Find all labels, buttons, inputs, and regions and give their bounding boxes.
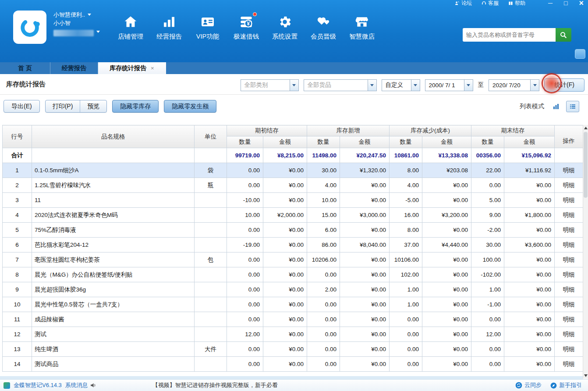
table-row[interactable]: 21.25L雪碧柠檬味汽水瓶0.00¥0.004.00¥0.004.00¥0.0… [3, 178, 583, 193]
tab-inventory-report[interactable]: 库存统计报告 × [98, 62, 166, 74]
nav-item-settings[interactable]: 系统设置 [269, 12, 301, 41]
table-row[interactable]: 6芭比猫水彩笔204-12-19.00¥0.0086.00¥8,040.0037… [3, 238, 583, 252]
table-row[interactable]: 12测试12.00¥0.000.00¥0.000.00¥0.0012.00¥0.… [3, 327, 583, 342]
unit-cell [195, 193, 227, 208]
tab-home[interactable]: 首 页 [0, 62, 50, 74]
maximize-button[interactable]: □ [564, 0, 567, 6]
nav-item-micro-store[interactable]: 智慧微店 [346, 12, 378, 41]
action-cell: 明细 [555, 357, 583, 372]
category-select[interactable]: 全部类别 [241, 79, 299, 91]
value-cell: 0.00 [307, 297, 340, 312]
table-row[interactable]: 13纯生啤酒大件0.00¥0.000.00¥0.000.00¥0.000.00¥… [3, 342, 583, 357]
value-cell: 12.00 [471, 327, 504, 342]
date-range-value: 自定义 [382, 80, 411, 91]
detail-link[interactable]: 明细 [563, 197, 575, 203]
search-button[interactable] [556, 28, 571, 42]
detail-link[interactable]: 明细 [563, 316, 575, 323]
home-icon [115, 12, 146, 32]
detail-link[interactable]: 明细 [563, 167, 575, 174]
horizontal-scroll-strip[interactable] [0, 376, 583, 379]
tab-bar: 首 页 经营报告 库存统计报告 × [0, 62, 588, 74]
nav-item-loan[interactable]: ¥ 极速借钱 [230, 12, 262, 41]
table-row[interactable]: 8晨光（M&G）办公自粘便签纸/便利贴0.00¥0.000.00¥0.00102… [3, 267, 583, 282]
value-cell: ¥0.00 [422, 223, 471, 238]
forum-icon [455, 1, 460, 6]
detail-link[interactable]: 明细 [563, 212, 575, 218]
nav-item-member-upgrade[interactable]: 会员晋级 [308, 12, 339, 41]
tab-business-report[interactable]: 经营报告 [50, 62, 98, 74]
value-cell: ¥1,320.00 [340, 163, 390, 178]
table-row[interactable]: 10晨光中性笔0.5替芯（一盒共7支）0.00¥0.000.00¥0.001.0… [3, 297, 583, 312]
scroll-down-icon[interactable] [583, 373, 588, 379]
detail-link[interactable]: 明细 [563, 286, 575, 293]
detail-link[interactable]: 明细 [563, 256, 575, 263]
vertical-scrollbar[interactable] [583, 125, 588, 379]
action-cell: 明细 [555, 178, 583, 193]
value-cell: ¥0.00 [340, 357, 390, 372]
value-cell: ¥0.00 [504, 193, 555, 208]
table-row[interactable]: 42020法式连衣裙夏季米奇色M码10.00¥2,000.0015.00¥3,0… [3, 208, 583, 223]
row-number-cell: 13 [3, 342, 32, 357]
preview-button[interactable]: 预览 [80, 100, 106, 112]
close-button[interactable]: × [579, 0, 584, 6]
date-to-label: 至 [478, 81, 484, 89]
forum-link[interactable]: 论坛 [455, 0, 472, 7]
cloud-sync-button[interactable]: 云同步 [515, 381, 542, 389]
goods-select[interactable]: 全部货品 [304, 79, 377, 91]
header-corner-icon[interactable] [575, 49, 585, 59]
beginner-guide-button[interactable]: 新手指引 [550, 381, 582, 389]
support-link[interactable]: 客服 [482, 0, 499, 7]
minimize-button[interactable]: ─ [548, 0, 553, 6]
date-range-select[interactable]: 自定义 [382, 79, 420, 91]
nav-item-store-management[interactable]: 店铺管理 [115, 12, 146, 41]
value-cell: -19.00 [227, 238, 263, 252]
value-cell: ¥3,600.00 [504, 238, 555, 252]
news-ticker[interactable]: 【视频】智慧记进销存操作视频完整版，新手必看 [152, 381, 278, 389]
list-view-button[interactable] [566, 101, 579, 112]
nav-item-business-report[interactable]: 经营报告 [153, 12, 185, 41]
hide-zero-stock-button[interactable]: 隐藏零库存 [112, 100, 159, 113]
table-row[interactable]: 10.1-0.5mm细沙A袋0.00¥0.0030.00¥1,320.008.0… [3, 163, 583, 178]
system-message-link[interactable]: 系统消息 [65, 381, 96, 389]
scrollbar-thumb[interactable] [584, 132, 588, 198]
table-row[interactable]: 11成品辣椒酱0.00¥0.000.00¥0.000.00¥0.000.00¥0… [3, 312, 583, 327]
detail-link[interactable]: 明细 [563, 346, 575, 352]
table-row[interactable]: 14测试商品0.00¥0.000.00¥0.000.00¥0.000.00¥0.… [3, 357, 583, 372]
table-row[interactable]: 7亳医堂桂圆红枣枸杞姜茶包0.00¥0.0010206.00¥0.0010106… [3, 252, 583, 267]
value-cell: ¥0.00 [422, 282, 471, 297]
value-cell: 0.00 [307, 357, 340, 372]
value-cell: ¥0.00 [340, 312, 390, 327]
export-button[interactable]: 导出(E) [4, 100, 40, 113]
status-bar: 金蝶智慧记V6.14.3 系统消息 【视频】智慧记进销存操作视频完整版，新手必看… [0, 379, 588, 391]
table-row[interactable]: 575%乙醇消毒液0.00¥0.006.00¥0.008.00¥0.00-2.0… [3, 223, 583, 238]
table-row[interactable]: 9晨光超强固体胶36g0.00¥0.002.00¥0.001.00¥0.001.… [3, 282, 583, 297]
detail-link[interactable]: 明细 [563, 227, 575, 233]
detail-link[interactable]: 明细 [563, 242, 575, 248]
detail-link[interactable]: 明细 [563, 301, 575, 308]
nav-item-vip[interactable]: VIP功能 [192, 12, 223, 41]
table-row[interactable]: 311-10.00¥0.0010.00¥0.00-5.00¥0.005.00¥0… [3, 193, 583, 208]
scroll-up-icon[interactable] [583, 125, 588, 131]
print-button[interactable]: 打印(P) [46, 100, 80, 112]
value-cell: ¥0.00 [504, 223, 555, 238]
hide-zero-amount-button[interactable]: 隐藏零发生额 [164, 100, 216, 113]
search-input[interactable] [463, 28, 556, 42]
chart-view-button[interactable] [549, 101, 563, 112]
tab-close-icon[interactable]: × [151, 65, 154, 71]
detail-link[interactable]: 明细 [563, 271, 575, 278]
list-mode-label: 列表模式 [520, 103, 544, 110]
unit-cell [195, 208, 227, 223]
detail-link[interactable]: 明细 [563, 361, 575, 367]
help-link[interactable]: 帮助 [508, 0, 525, 7]
action-cell: 明细 [555, 297, 583, 312]
account-row[interactable] [53, 27, 100, 36]
detail-link[interactable]: 明细 [563, 182, 575, 188]
statistics-button[interactable]: 统计(F) [544, 78, 584, 92]
shop-name-row[interactable]: 小智慧便利.. [53, 11, 100, 19]
total-value: ¥8,215.00 [263, 148, 307, 163]
action-cell: 明细 [555, 163, 583, 178]
date-from-picker[interactable]: 2000/ 7/ 1 [425, 79, 473, 91]
total-value: 99719.00 [227, 148, 263, 163]
detail-link[interactable]: 明细 [563, 331, 575, 338]
date-to-picker[interactable]: 2020/ 7/20 [489, 79, 539, 91]
